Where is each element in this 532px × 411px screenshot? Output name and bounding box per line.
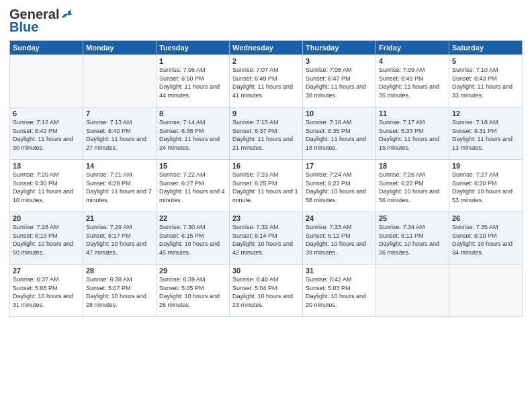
- calendar-cell: 28Sunrise: 6:38 AM Sunset: 5:07 PM Dayli…: [83, 265, 157, 317]
- day-content: Sunrise: 7:30 AM Sunset: 6:15 PM Dayligh…: [159, 223, 226, 257]
- day-number: 1: [159, 57, 226, 65]
- day-content: Sunrise: 7:16 AM Sunset: 6:35 PM Dayligh…: [306, 118, 373, 152]
- calendar-cell: 1Sunrise: 7:06 AM Sunset: 6:50 PM Daylig…: [157, 55, 230, 107]
- calendar-table: SundayMondayTuesdayWednesdayThursdayFrid…: [9, 40, 523, 317]
- day-number: 25: [379, 214, 446, 222]
- calendar-cell: 4Sunrise: 7:09 AM Sunset: 6:45 PM Daylig…: [376, 55, 449, 107]
- day-content: Sunrise: 7:23 AM Sunset: 6:25 PM Dayligh…: [232, 171, 300, 204]
- calendar-cell: [83, 55, 157, 107]
- calendar-cell: 16Sunrise: 7:23 AM Sunset: 6:25 PM Dayli…: [230, 160, 303, 212]
- day-number: 4: [379, 57, 446, 65]
- calendar-cell: 5Sunrise: 7:10 AM Sunset: 6:43 PM Daylig…: [449, 55, 523, 107]
- page-header: General Blue: [9, 7, 523, 35]
- day-number: 23: [232, 214, 300, 222]
- day-number: 10: [306, 109, 373, 118]
- calendar-cell: 6Sunrise: 7:12 AM Sunset: 6:42 PM Daylig…: [10, 107, 83, 160]
- calendar-cell: 8Sunrise: 7:14 AM Sunset: 6:38 PM Daylig…: [157, 107, 230, 160]
- logo-bird-icon: [60, 7, 75, 22]
- day-number: 28: [86, 267, 153, 275]
- day-content: Sunrise: 7:15 AM Sunset: 6:37 PM Dayligh…: [232, 118, 300, 152]
- calendar-cell: [449, 265, 523, 317]
- day-number: 14: [86, 162, 153, 170]
- day-content: Sunrise: 6:40 AM Sunset: 5:04 PM Dayligh…: [232, 275, 300, 309]
- logo: General Blue: [9, 7, 75, 35]
- calendar-cell: [376, 265, 449, 317]
- day-content: Sunrise: 7:20 AM Sunset: 6:30 PM Dayligh…: [13, 171, 80, 204]
- calendar-cell: 10Sunrise: 7:16 AM Sunset: 6:35 PM Dayli…: [303, 107, 376, 160]
- day-content: Sunrise: 7:34 AM Sunset: 6:11 PM Dayligh…: [379, 223, 446, 257]
- calendar-cell: 17Sunrise: 7:24 AM Sunset: 6:23 PM Dayli…: [303, 160, 376, 212]
- calendar-cell: [10, 55, 83, 107]
- calendar-cell: 12Sunrise: 7:18 AM Sunset: 6:31 PM Dayli…: [449, 107, 523, 160]
- day-number: 13: [13, 162, 80, 170]
- calendar-cell: 13Sunrise: 7:20 AM Sunset: 6:30 PM Dayli…: [10, 160, 83, 212]
- day-content: Sunrise: 7:17 AM Sunset: 6:33 PM Dayligh…: [379, 118, 446, 152]
- day-content: Sunrise: 7:07 AM Sunset: 6:49 PM Dayligh…: [232, 66, 300, 99]
- day-number: 9: [232, 109, 300, 118]
- day-number: 30: [232, 267, 300, 275]
- day-content: Sunrise: 7:29 AM Sunset: 6:17 PM Dayligh…: [86, 223, 153, 257]
- day-number: 20: [13, 214, 80, 222]
- weekday-header: Monday: [83, 41, 157, 55]
- day-content: Sunrise: 7:24 AM Sunset: 6:23 PM Dayligh…: [306, 171, 373, 204]
- calendar-cell: 27Sunrise: 6:37 AM Sunset: 5:08 PM Dayli…: [10, 265, 83, 317]
- calendar-page: General Blue SundayMondayTuesdayWednesda…: [0, 0, 532, 411]
- day-number: 16: [232, 162, 300, 170]
- calendar-cell: 30Sunrise: 6:40 AM Sunset: 5:04 PM Dayli…: [230, 265, 303, 317]
- calendar-cell: 29Sunrise: 6:39 AM Sunset: 5:05 PM Dayli…: [157, 265, 230, 317]
- day-content: Sunrise: 7:13 AM Sunset: 6:40 PM Dayligh…: [86, 118, 153, 152]
- day-content: Sunrise: 7:26 AM Sunset: 6:22 PM Dayligh…: [379, 171, 446, 204]
- day-number: 7: [86, 109, 153, 118]
- calendar-cell: 11Sunrise: 7:17 AM Sunset: 6:33 PM Dayli…: [376, 107, 449, 160]
- day-number: 11: [379, 109, 446, 118]
- day-number: 6: [13, 109, 80, 118]
- day-content: Sunrise: 7:33 AM Sunset: 6:12 PM Dayligh…: [306, 223, 373, 257]
- weekday-header: Saturday: [449, 41, 523, 55]
- day-content: Sunrise: 7:12 AM Sunset: 6:42 PM Dayligh…: [13, 118, 80, 152]
- calendar-week-row: 20Sunrise: 7:28 AM Sunset: 6:19 PM Dayli…: [10, 212, 523, 265]
- day-number: 31: [306, 267, 373, 275]
- weekday-header: Sunday: [10, 41, 83, 55]
- day-number: 5: [452, 57, 519, 65]
- day-number: 18: [379, 162, 446, 170]
- calendar-week-row: 6Sunrise: 7:12 AM Sunset: 6:42 PM Daylig…: [10, 107, 523, 160]
- day-number: 19: [452, 162, 519, 170]
- day-number: 24: [306, 214, 373, 222]
- calendar-cell: 15Sunrise: 7:22 AM Sunset: 6:27 PM Dayli…: [157, 160, 230, 212]
- weekday-header: Tuesday: [157, 41, 230, 55]
- day-number: 21: [86, 214, 153, 222]
- calendar-cell: 18Sunrise: 7:26 AM Sunset: 6:22 PM Dayli…: [376, 160, 449, 212]
- day-content: Sunrise: 7:35 AM Sunset: 6:10 PM Dayligh…: [452, 223, 519, 257]
- day-content: Sunrise: 7:22 AM Sunset: 6:27 PM Dayligh…: [159, 171, 226, 204]
- day-content: Sunrise: 6:42 AM Sunset: 5:03 PM Dayligh…: [306, 275, 373, 309]
- day-content: Sunrise: 7:32 AM Sunset: 6:14 PM Dayligh…: [232, 223, 300, 257]
- calendar-cell: 14Sunrise: 7:21 AM Sunset: 6:28 PM Dayli…: [83, 160, 157, 212]
- calendar-cell: 20Sunrise: 7:28 AM Sunset: 6:19 PM Dayli…: [10, 212, 83, 265]
- day-number: 29: [159, 267, 226, 275]
- day-content: Sunrise: 7:14 AM Sunset: 6:38 PM Dayligh…: [159, 118, 226, 152]
- day-number: 8: [159, 109, 226, 118]
- day-number: 17: [306, 162, 373, 170]
- day-number: 12: [452, 109, 519, 118]
- calendar-cell: 31Sunrise: 6:42 AM Sunset: 5:03 PM Dayli…: [303, 265, 376, 317]
- calendar-week-row: 13Sunrise: 7:20 AM Sunset: 6:30 PM Dayli…: [10, 160, 523, 212]
- day-content: Sunrise: 7:21 AM Sunset: 6:28 PM Dayligh…: [86, 171, 153, 204]
- day-content: Sunrise: 7:09 AM Sunset: 6:45 PM Dayligh…: [379, 66, 446, 99]
- day-content: Sunrise: 7:06 AM Sunset: 6:50 PM Dayligh…: [159, 66, 226, 99]
- day-number: 26: [452, 214, 519, 222]
- calendar-cell: 26Sunrise: 7:35 AM Sunset: 6:10 PM Dayli…: [449, 212, 523, 265]
- weekday-header: Thursday: [303, 41, 376, 55]
- day-number: 3: [306, 57, 373, 65]
- day-number: 2: [232, 57, 300, 65]
- calendar-cell: 23Sunrise: 7:32 AM Sunset: 6:14 PM Dayli…: [230, 212, 303, 265]
- calendar-cell: 9Sunrise: 7:15 AM Sunset: 6:37 PM Daylig…: [230, 107, 303, 160]
- day-content: Sunrise: 7:08 AM Sunset: 6:47 PM Dayligh…: [306, 66, 373, 99]
- calendar-cell: 7Sunrise: 7:13 AM Sunset: 6:40 PM Daylig…: [83, 107, 157, 160]
- calendar-week-row: 27Sunrise: 6:37 AM Sunset: 5:08 PM Dayli…: [10, 265, 523, 317]
- weekday-header: Wednesday: [230, 41, 303, 55]
- day-number: 27: [13, 267, 80, 275]
- day-content: Sunrise: 7:27 AM Sunset: 6:20 PM Dayligh…: [452, 171, 519, 204]
- calendar-week-row: 1Sunrise: 7:06 AM Sunset: 6:50 PM Daylig…: [10, 55, 523, 107]
- calendar-cell: 22Sunrise: 7:30 AM Sunset: 6:15 PM Dayli…: [157, 212, 230, 265]
- day-content: Sunrise: 6:37 AM Sunset: 5:08 PM Dayligh…: [13, 275, 80, 309]
